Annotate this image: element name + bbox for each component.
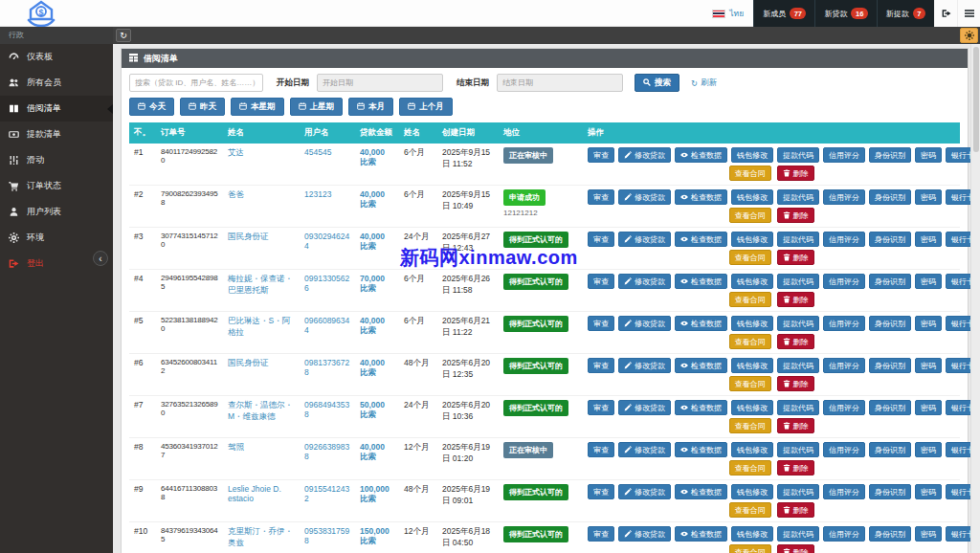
row-action-button[interactable]: 钱包修改 bbox=[731, 442, 773, 457]
row-action-button[interactable]: 审查 bbox=[588, 147, 614, 163]
delete-button[interactable]: 删除 bbox=[777, 418, 814, 433]
username-link[interactable]: 09660896344 bbox=[304, 316, 349, 335]
row-action-button[interactable]: 钱包修改 bbox=[731, 400, 773, 415]
row-action-button[interactable]: 密码 bbox=[915, 232, 942, 247]
row-action-button[interactable]: 密码 bbox=[915, 189, 942, 205]
row-action-button[interactable]: 审查 bbox=[588, 232, 614, 247]
end-date-input[interactable] bbox=[497, 74, 623, 92]
row-action-button[interactable]: 检查数据 bbox=[675, 526, 727, 542]
sidebar-collapse-button[interactable]: ‹ bbox=[93, 251, 108, 266]
row-action-button[interactable]: 信用评分 bbox=[823, 274, 865, 289]
view-contract-button[interactable]: 查看合同 bbox=[729, 292, 771, 307]
quick-date-button[interactable]: 本月 bbox=[348, 98, 393, 116]
row-action-button[interactable]: 修改贷款 bbox=[618, 274, 671, 289]
row-action-button[interactable]: 审查 bbox=[588, 316, 614, 331]
row-action-button[interactable]: 身份识别 bbox=[869, 484, 911, 499]
row-action-button[interactable]: 审查 bbox=[588, 526, 614, 542]
nav-counter-button[interactable]: 新提款7 bbox=[877, 0, 934, 27]
name-link[interactable]: 艾达 bbox=[228, 147, 244, 157]
row-action-button[interactable]: 审查 bbox=[588, 442, 614, 457]
row-action-button[interactable]: 身份识别 bbox=[869, 526, 911, 542]
view-contract-button[interactable]: 查看合同 bbox=[729, 250, 771, 265]
row-action-button[interactable]: 检查数据 bbox=[675, 274, 727, 289]
row-action-button[interactable]: 检查数据 bbox=[675, 442, 727, 457]
row-action-button[interactable]: 修改贷款 bbox=[618, 484, 671, 499]
row-action-button[interactable]: 信用评分 bbox=[823, 358, 865, 373]
toolbar-refresh-button[interactable]: ↻ bbox=[116, 29, 131, 42]
settings-gear-button[interactable] bbox=[960, 28, 978, 43]
delete-button[interactable]: 删除 bbox=[777, 292, 814, 307]
row-action-button[interactable]: 钱包修改 bbox=[731, 232, 773, 247]
view-contract-button[interactable]: 查看合同 bbox=[729, 460, 771, 476]
row-action-button[interactable]: 密码 bbox=[915, 358, 942, 373]
row-action-button[interactable]: 钱包修改 bbox=[731, 316, 773, 331]
row-action-button[interactable]: 提款代码 bbox=[777, 316, 819, 331]
row-action-button[interactable]: 密码 bbox=[915, 484, 942, 499]
name-link[interactable]: 查尔斯・温德尔・M・维兹康德 bbox=[228, 400, 293, 421]
search-input[interactable] bbox=[129, 74, 263, 92]
row-action-button[interactable]: 提款代码 bbox=[777, 189, 819, 205]
sidebar-item-cart[interactable]: 订单状态 bbox=[0, 173, 113, 199]
delete-button[interactable]: 删除 bbox=[777, 250, 814, 265]
row-action-button[interactable]: 提款代码 bbox=[777, 484, 819, 499]
sidebar-item-book[interactable]: 借阅清单 bbox=[0, 96, 113, 122]
row-action-button[interactable]: 身份识别 bbox=[869, 189, 911, 205]
refresh-link[interactable]: ↻ 刷新 bbox=[691, 77, 717, 89]
row-action-button[interactable]: 检查数据 bbox=[675, 316, 727, 331]
row-action-button[interactable]: 修改贷款 bbox=[618, 526, 671, 542]
row-action-button[interactable]: 身份识别 bbox=[869, 274, 911, 289]
row-action-button[interactable]: 密码 bbox=[915, 526, 942, 542]
row-action-button[interactable]: 提款代码 bbox=[777, 147, 819, 163]
search-button[interactable]: 搜索 bbox=[635, 74, 679, 92]
sidebar-item-user[interactable]: 用户列表 bbox=[0, 199, 113, 225]
view-contract-button[interactable]: 查看合同 bbox=[729, 334, 771, 349]
row-action-button[interactable]: 密码 bbox=[915, 442, 942, 457]
name-link[interactable]: 巴比琳达・S・阿格拉 bbox=[228, 316, 290, 337]
username-link[interactable]: 09302946244 bbox=[304, 232, 349, 251]
sidebar-item-gear[interactable]: 环境 bbox=[0, 225, 113, 251]
name-link[interactable]: Leslie Jhoie D. estacio bbox=[228, 484, 281, 503]
row-action-button[interactable]: 信用评分 bbox=[823, 316, 865, 331]
delete-button[interactable]: 删除 bbox=[777, 376, 814, 391]
row-action-button[interactable]: 钱包修改 bbox=[731, 147, 773, 163]
row-action-button[interactable]: 身份识别 bbox=[869, 442, 911, 457]
username-link[interactable]: 123123 bbox=[304, 189, 331, 199]
row-action-button[interactable]: 信用评分 bbox=[823, 526, 865, 542]
row-action-button[interactable]: 身份识别 bbox=[869, 147, 911, 163]
nav-counter-button[interactable]: 新贷款16 bbox=[814, 0, 876, 27]
view-contract-button[interactable]: 查看合同 bbox=[729, 166, 771, 181]
brand-logo-icon[interactable]: $ bbox=[25, 0, 57, 27]
name-link[interactable]: 国民身份证 bbox=[228, 358, 269, 367]
quick-date-button[interactable]: 上星期 bbox=[290, 98, 344, 116]
row-action-button[interactable]: 审查 bbox=[588, 274, 614, 289]
row-action-button[interactable]: 提款代码 bbox=[777, 358, 819, 373]
row-action-button[interactable]: 提款代码 bbox=[777, 232, 819, 247]
username-link[interactable]: 09155412432 bbox=[304, 484, 349, 503]
row-action-button[interactable]: 修改贷款 bbox=[618, 316, 671, 331]
row-action-button[interactable]: 信用评分 bbox=[823, 484, 865, 499]
row-action-button[interactable]: 钱包修改 bbox=[731, 189, 773, 205]
row-action-button[interactable]: 身份识别 bbox=[869, 358, 911, 373]
delete-button[interactable]: 删除 bbox=[777, 208, 814, 223]
row-action-button[interactable]: 审查 bbox=[588, 358, 614, 373]
row-action-button[interactable]: 修改贷款 bbox=[618, 147, 671, 163]
name-link[interactable]: 爸爸 bbox=[228, 189, 244, 199]
row-action-button[interactable]: 身份识别 bbox=[869, 400, 911, 415]
username-link[interactable]: 09266389838 bbox=[304, 442, 349, 461]
row-action-button[interactable]: 信用评分 bbox=[823, 189, 865, 205]
row-action-button[interactable]: 密码 bbox=[915, 316, 942, 331]
username-link[interactable]: 09684943538 bbox=[304, 400, 349, 419]
view-contract-button[interactable]: 查看合同 bbox=[729, 208, 771, 223]
nav-counter-button[interactable]: 新成员77 bbox=[753, 0, 814, 27]
username-link[interactable]: 09538317598 bbox=[304, 526, 349, 545]
row-action-button[interactable]: 提款代码 bbox=[777, 400, 819, 415]
name-link[interactable]: 梅拉妮・保查诺・巴里恩托斯 bbox=[228, 274, 293, 295]
username-link[interactable]: 09813736728 bbox=[304, 358, 349, 377]
row-action-button[interactable]: 修改贷款 bbox=[618, 400, 671, 415]
row-action-button[interactable]: 身份识别 bbox=[869, 232, 911, 247]
name-link[interactable]: 驾照 bbox=[228, 442, 244, 452]
row-action-button[interactable]: 审查 bbox=[588, 189, 614, 205]
quick-date-button[interactable]: 昨天 bbox=[180, 98, 225, 116]
delete-button[interactable]: 删除 bbox=[777, 334, 814, 349]
scrollbar-thumb[interactable] bbox=[973, 47, 979, 152]
